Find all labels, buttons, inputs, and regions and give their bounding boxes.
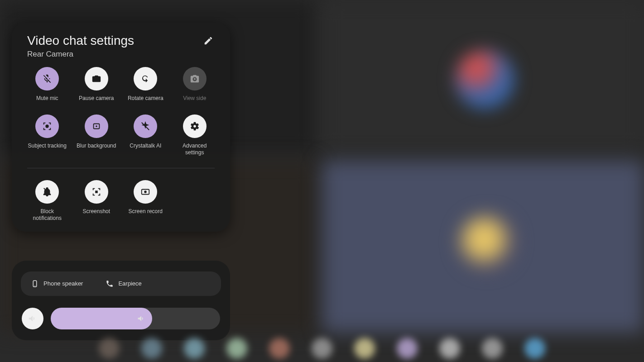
screenshot-icon — [91, 187, 101, 197]
mic-off-icon — [42, 74, 52, 84]
block-notifs-label: Block notifications — [27, 208, 67, 222]
participant-avatar — [455, 50, 514, 109]
camera-swap-icon — [190, 74, 200, 84]
divider — [27, 168, 215, 168]
phone-icon — [106, 280, 114, 288]
screen-record-control: Screen record — [121, 180, 170, 222]
pause-camera-control: Pause camera — [72, 67, 121, 102]
subject-tracking-button[interactable] — [35, 114, 59, 138]
blur-background-control: Blur background — [72, 114, 121, 156]
taskbar-app-icon[interactable] — [226, 338, 247, 359]
rotate-icon — [140, 74, 150, 84]
advanced-control: Advanced settings — [170, 114, 220, 156]
camera-icon — [91, 74, 101, 84]
pencil-icon — [203, 36, 213, 46]
rotate-camera-label: Rotate camera — [128, 95, 163, 102]
block-notifs-control: Block notifications — [23, 180, 72, 222]
phone-speaker-icon — [31, 280, 39, 288]
volume-icon — [137, 314, 146, 323]
panel-title: Video chat settings — [27, 33, 134, 48]
taskbar-app-icon[interactable] — [269, 338, 290, 359]
subject-tracking-label: Subject tracking — [28, 143, 67, 149]
edit-button[interactable] — [201, 33, 216, 48]
advanced-label: Advanced settings — [174, 143, 215, 156]
taskbar-app-icon[interactable] — [312, 338, 332, 359]
participant-avatar — [457, 213, 516, 272]
audio-option-phone-speaker[interactable]: Phone speaker — [31, 280, 83, 288]
taskbar-app-icon[interactable] — [397, 338, 418, 359]
audio-option-label: Earpiece — [118, 281, 141, 287]
record-icon — [140, 187, 150, 197]
pause-camera-label: Pause camera — [79, 95, 114, 102]
audio-output-selector: Phone speakerEarpiece — [21, 272, 221, 296]
subject-tracking-control: Subject tracking — [23, 114, 72, 156]
sparkle-off-icon — [140, 121, 150, 131]
screenshot-label: Screenshot — [82, 208, 110, 215]
taskbar-app-icon[interactable] — [439, 338, 460, 359]
audio-option-earpiece[interactable]: Earpiece — [106, 280, 141, 288]
advanced-button[interactable] — [183, 114, 207, 138]
view-side-control: View side — [170, 67, 220, 102]
rotate-camera-control: Rotate camera — [121, 67, 170, 102]
taskbar-app-icon[interactable] — [524, 338, 545, 359]
crystaltalk-ai-label: Crystaltalk AI — [130, 143, 161, 149]
screenshot-control: Screenshot — [72, 180, 121, 222]
blur-background-label: Blur background — [77, 143, 116, 149]
subject-icon — [42, 121, 52, 131]
taskbar — [0, 335, 644, 362]
mute-mic-label: Mute mic — [36, 95, 58, 102]
taskbar-app-icon[interactable] — [184, 338, 205, 359]
mute-mic-control: Mute mic — [23, 67, 72, 102]
screen-record-label: Screen record — [129, 208, 163, 215]
taskbar-app-icon[interactable] — [99, 338, 120, 359]
audio-output-panel: Phone speakerEarpiece — [12, 261, 230, 340]
volume-slider[interactable] — [51, 308, 220, 329]
gear-icon — [190, 121, 200, 131]
bell-off-icon — [42, 187, 52, 197]
panel-subtitle: Rear Camera — [27, 50, 134, 59]
mute-mic-button[interactable] — [35, 67, 59, 90]
blur-icon — [91, 121, 101, 131]
view-side-button — [183, 67, 207, 90]
taskbar-app-icon[interactable] — [141, 338, 162, 359]
view-side-label: View side — [183, 95, 206, 102]
volume-icon — [28, 314, 38, 324]
blur-background-button[interactable] — [85, 114, 108, 138]
crystaltalk-ai-control: Crystaltalk AI — [121, 114, 170, 156]
block-notifs-button[interactable] — [35, 180, 59, 204]
screenshot-button[interactable] — [85, 180, 108, 204]
audio-option-label: Phone speaker — [43, 281, 83, 287]
taskbar-app-icon[interactable] — [482, 338, 503, 359]
rotate-camera-button[interactable] — [134, 67, 157, 90]
volume-button[interactable] — [22, 308, 43, 329]
crystaltalk-ai-button[interactable] — [134, 114, 157, 138]
video-chat-settings-panel: Video chat settings Rear Camera Mute mic… — [12, 23, 230, 232]
pause-camera-button[interactable] — [85, 67, 108, 90]
taskbar-app-icon[interactable] — [354, 338, 375, 359]
screen-record-button[interactable] — [134, 180, 157, 204]
